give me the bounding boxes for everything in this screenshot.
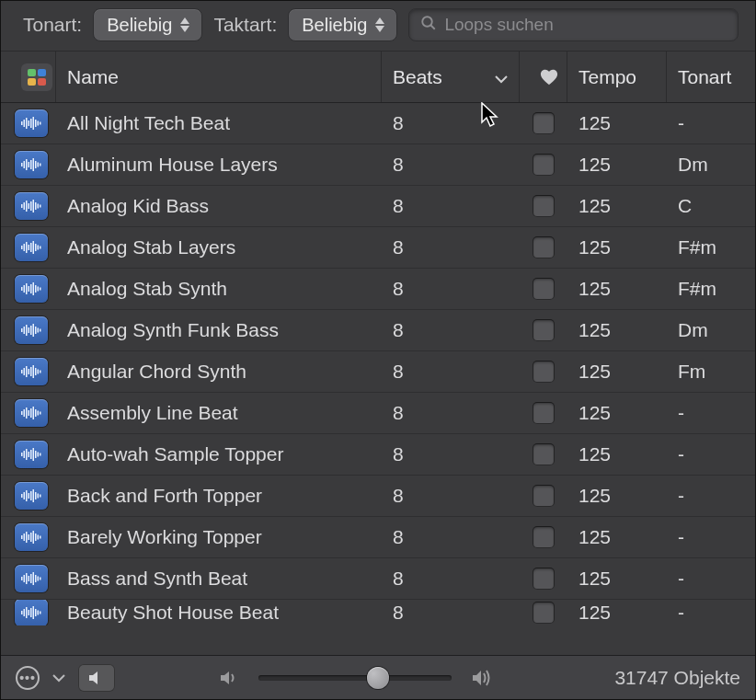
audio-loop-icon[interactable] <box>15 109 48 137</box>
loop-tempo: 125 <box>567 476 667 516</box>
audio-loop-icon[interactable] <box>15 358 48 385</box>
svg-rect-21 <box>26 159 28 170</box>
search-field[interactable] <box>408 8 739 41</box>
table-row[interactable]: Analog Synth Funk Bass 8 125 Dm <box>1 310 755 351</box>
svg-rect-57 <box>26 325 28 336</box>
svg-rect-122 <box>30 608 32 617</box>
loop-tempo: 125 <box>567 269 667 309</box>
table-row[interactable]: Analog Kid Bass 8 125 C <box>1 186 755 227</box>
table-row[interactable]: Aluminum House Layers 8 125 Dm <box>1 144 755 186</box>
table-row[interactable]: Assembly Line Beat 8 125 - <box>1 393 755 434</box>
table-row[interactable]: Analog Stab Synth 8 125 F#m <box>1 269 755 310</box>
column-header-tempo[interactable]: Tempo <box>567 52 667 102</box>
favorite-checkbox[interactable] <box>533 443 555 465</box>
table-row[interactable]: All Night Tech Beat 8 125 - <box>1 103 755 144</box>
svg-rect-110 <box>24 575 26 582</box>
more-options-button[interactable]: ••• <box>16 666 40 690</box>
loop-tempo: 125 <box>567 351 667 392</box>
svg-line-5 <box>431 25 436 29</box>
svg-rect-8 <box>28 78 36 86</box>
audio-loop-icon[interactable] <box>15 441 48 468</box>
svg-rect-27 <box>40 164 41 166</box>
audio-loop-icon[interactable] <box>15 234 48 261</box>
audio-loop-icon[interactable] <box>15 565 48 592</box>
svg-rect-114 <box>33 572 35 585</box>
svg-marker-129 <box>473 671 481 685</box>
favorite-checkbox[interactable] <box>533 195 555 217</box>
preview-mute-button[interactable] <box>78 664 115 692</box>
favorite-checkbox[interactable] <box>533 485 555 507</box>
favorite-checkbox[interactable] <box>533 319 555 341</box>
svg-rect-50 <box>30 284 32 293</box>
audio-loop-icon[interactable] <box>15 482 48 510</box>
svg-rect-121 <box>29 610 30 615</box>
loop-beats: 8 <box>382 103 520 143</box>
column-header-beats-label: Beats <box>393 66 442 88</box>
svg-rect-36 <box>40 205 41 208</box>
favorite-checkbox[interactable] <box>533 236 555 258</box>
favorite-checkbox[interactable] <box>533 526 555 548</box>
svg-rect-113 <box>30 574 32 583</box>
loop-key: - <box>667 434 755 475</box>
preview-volume-slider[interactable] <box>258 675 452 681</box>
audio-loop-icon[interactable] <box>15 151 48 178</box>
updown-icon <box>179 15 194 35</box>
svg-rect-33 <box>33 200 35 212</box>
timesig-filter-dropdown[interactable]: Beliebig <box>288 8 397 41</box>
loop-list[interactable]: All Night Tech Beat 8 125 - Aluminum Hou… <box>1 103 755 673</box>
svg-rect-116 <box>38 577 40 581</box>
svg-rect-32 <box>30 201 32 211</box>
favorite-checkbox[interactable] <box>533 112 555 134</box>
svg-rect-63 <box>40 329 41 332</box>
svg-rect-104 <box>30 533 32 542</box>
key-filter-dropdown[interactable]: Beliebig <box>93 8 202 41</box>
loop-tempo: 125 <box>567 600 667 625</box>
svg-rect-53 <box>38 287 40 292</box>
audio-loop-icon[interactable] <box>15 523 48 551</box>
search-input[interactable] <box>444 15 727 35</box>
svg-rect-7 <box>38 69 46 76</box>
audio-loop-icon[interactable] <box>15 600 48 625</box>
audio-loop-icon[interactable] <box>15 316 48 344</box>
favorite-checkbox[interactable] <box>533 602 555 624</box>
speaker-icon <box>88 671 105 685</box>
audio-loop-icon[interactable] <box>15 192 48 220</box>
table-row[interactable]: Analog Stab Layers 8 125 F#m <box>1 227 755 269</box>
loop-beats: 8 <box>382 310 520 350</box>
svg-rect-75 <box>26 407 28 419</box>
loop-key: C <box>667 186 755 226</box>
audio-loop-icon[interactable] <box>15 275 48 303</box>
favorite-checkbox[interactable] <box>533 402 555 424</box>
view-toggle-button[interactable] <box>21 63 52 91</box>
svg-rect-87 <box>33 448 35 461</box>
svg-rect-111 <box>26 573 28 584</box>
column-header-beats[interactable]: Beats <box>382 52 520 102</box>
loop-tempo: 125 <box>567 393 667 433</box>
loop-name: Analog Synth Funk Bass <box>56 310 382 350</box>
favorite-checkbox[interactable] <box>533 154 555 176</box>
svg-rect-105 <box>33 531 35 544</box>
column-header-favorite[interactable] <box>520 52 567 102</box>
favorite-checkbox[interactable] <box>533 361 555 383</box>
column-header-key[interactable]: Tonart <box>667 52 755 102</box>
svg-rect-69 <box>33 365 35 378</box>
footer-disclosure-button[interactable] <box>52 673 65 683</box>
table-row[interactable]: Barely Working Topper 8 125 - <box>1 517 755 558</box>
slider-thumb[interactable] <box>367 667 389 689</box>
table-row[interactable]: Auto-wah Sample Topper 8 125 - <box>1 434 755 476</box>
table-row[interactable]: Back and Forth Topper 8 125 - <box>1 476 755 517</box>
column-header-name[interactable]: Name <box>56 52 382 102</box>
table-row[interactable]: Bass and Synth Beat 8 125 - <box>1 558 755 600</box>
key-filter-label: Tonart: <box>23 14 82 36</box>
favorite-checkbox[interactable] <box>533 278 555 300</box>
svg-rect-72 <box>40 371 41 373</box>
favorite-checkbox[interactable] <box>533 568 555 590</box>
audio-loop-icon[interactable] <box>15 399 48 427</box>
svg-rect-37 <box>21 246 23 249</box>
table-row[interactable]: Angular Chord Synth 8 125 Fm <box>1 351 755 393</box>
table-row[interactable]: Beauty Shot House Beat 8 125 - <box>1 600 755 625</box>
heart-icon <box>539 68 559 86</box>
svg-rect-38 <box>24 244 26 251</box>
svg-rect-96 <box>33 489 35 502</box>
svg-rect-100 <box>21 535 23 539</box>
